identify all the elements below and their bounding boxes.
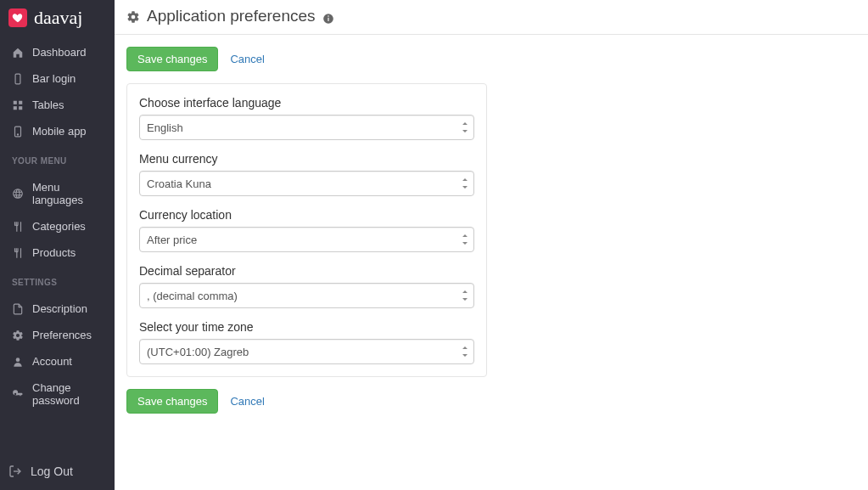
- svg-rect-2: [19, 100, 22, 104]
- home-icon: [12, 47, 24, 59]
- user-icon: [12, 356, 24, 368]
- logo-text: daavaj: [34, 8, 82, 27]
- utensils-icon: [12, 221, 24, 233]
- phone-icon: [12, 73, 24, 85]
- logo-area[interactable]: daavaj: [0, 0, 115, 36]
- field-currency-location: Currency location After price: [139, 208, 474, 252]
- sidebar-item-bar-login[interactable]: Bar login: [0, 65, 115, 92]
- svg-rect-0: [15, 74, 20, 84]
- svg-rect-1: [14, 100, 17, 104]
- sidebar-item-description[interactable]: Description: [0, 296, 115, 322]
- sidebar-item-label: Account: [32, 355, 72, 368]
- save-button[interactable]: Save changes: [126, 47, 218, 71]
- nav-heading-settings: SETTINGS: [0, 269, 115, 292]
- topbar: Application preferences: [115, 0, 868, 35]
- timezone-select[interactable]: (UTC+01:00) Zagreb: [139, 339, 474, 364]
- field-decimal: Decimal separator , (decimal comma): [139, 264, 474, 308]
- sidebar-item-label: Change password: [32, 381, 103, 407]
- language-select[interactable]: English: [139, 115, 474, 140]
- select-wrap: , (decimal comma): [139, 283, 474, 308]
- select-wrap: Croatia Kuna: [139, 171, 474, 196]
- heart-icon: [12, 12, 24, 24]
- action-row-bottom: Save changes Cancel: [126, 389, 856, 414]
- sidebar-item-dashboard[interactable]: Dashboard: [0, 39, 115, 65]
- key-icon: [12, 388, 24, 400]
- currency-location-select[interactable]: After price: [139, 227, 474, 252]
- currency-select[interactable]: Croatia Kuna: [139, 171, 474, 196]
- svg-point-11: [328, 15, 329, 17]
- page-title-row: Application preferences: [126, 7, 334, 25]
- logout-label: Log Out: [31, 465, 73, 478]
- field-timezone: Select your time zone (UTC+01:00) Zagreb: [139, 320, 474, 364]
- form-card: Choose interface language English Menu c…: [126, 83, 487, 377]
- decimal-select[interactable]: , (decimal comma): [139, 283, 474, 308]
- grid-icon: [12, 99, 24, 111]
- sidebar-item-categories[interactable]: Categories: [0, 213, 115, 239]
- select-wrap: (UTC+01:00) Zagreb: [139, 339, 474, 364]
- sidebar-item-preferences[interactable]: Preferences: [0, 322, 115, 348]
- svg-rect-3: [14, 106, 17, 110]
- mobile-icon: [12, 126, 24, 138]
- nav-heading-menu: YOUR MENU: [0, 148, 115, 171]
- sidebar-item-label: Mobile app: [32, 125, 87, 138]
- cancel-link[interactable]: Cancel: [230, 395, 264, 408]
- select-wrap: After price: [139, 227, 474, 252]
- save-button[interactable]: Save changes: [126, 389, 218, 414]
- svg-rect-10: [328, 18, 328, 21]
- content: Save changes Cancel Choose interface lan…: [115, 35, 868, 437]
- sidebar: daavaj Dashboard Bar login Tables Mobile…: [0, 0, 115, 490]
- sidebar-spacer: [0, 417, 115, 454]
- sidebar-item-products[interactable]: Products: [0, 239, 115, 266]
- sidebar-item-label: Products: [32, 246, 76, 259]
- file-icon: [12, 303, 24, 315]
- logout-icon: [8, 465, 22, 478]
- sidebar-item-label: Preferences: [32, 329, 92, 341]
- nav-menu: Menu languages Categories Products: [0, 171, 115, 269]
- field-language: Choose interface language English: [139, 96, 474, 140]
- select-wrap: English: [139, 115, 474, 140]
- sidebar-item-label: Categories: [32, 220, 86, 233]
- app-badge: [8, 8, 27, 27]
- utensils-icon: [12, 247, 24, 259]
- sidebar-item-mobile-app[interactable]: Mobile app: [0, 118, 115, 144]
- field-label: Select your time zone: [139, 320, 474, 334]
- nav-primary: Dashboard Bar login Tables Mobile app: [0, 36, 115, 148]
- cancel-link[interactable]: Cancel: [230, 53, 264, 65]
- sidebar-item-tables[interactable]: Tables: [0, 92, 115, 118]
- nav-settings: Description Preferences Account Change p…: [0, 292, 115, 417]
- field-label: Decimal separator: [139, 264, 474, 278]
- field-label: Choose interface language: [139, 96, 474, 110]
- translate-icon: [12, 188, 24, 200]
- info-icon[interactable]: [322, 10, 334, 22]
- sidebar-item-menu-languages[interactable]: Menu languages: [0, 174, 115, 213]
- sidebar-item-label: Description: [32, 302, 87, 315]
- svg-rect-4: [19, 106, 22, 110]
- action-row-top: Save changes Cancel: [126, 47, 856, 71]
- field-label: Currency location: [139, 208, 474, 222]
- gear-icon: [126, 9, 140, 23]
- field-currency: Menu currency Croatia Kuna: [139, 152, 474, 196]
- sidebar-item-label: Dashboard: [32, 46, 87, 59]
- field-label: Menu currency: [139, 152, 474, 166]
- main: Application preferences Save changes Can…: [115, 0, 868, 490]
- sidebar-item-label: Tables: [32, 99, 64, 111]
- page-title: Application preferences: [147, 7, 316, 25]
- gear-icon: [12, 329, 24, 341]
- svg-point-6: [17, 133, 18, 134]
- sidebar-item-label: Menu languages: [32, 181, 103, 206]
- svg-point-7: [16, 358, 20, 362]
- logout-link[interactable]: Log Out: [0, 454, 115, 490]
- sidebar-item-change-password[interactable]: Change password: [0, 375, 115, 414]
- sidebar-item-account[interactable]: Account: [0, 348, 115, 375]
- sidebar-item-label: Bar login: [32, 72, 76, 85]
